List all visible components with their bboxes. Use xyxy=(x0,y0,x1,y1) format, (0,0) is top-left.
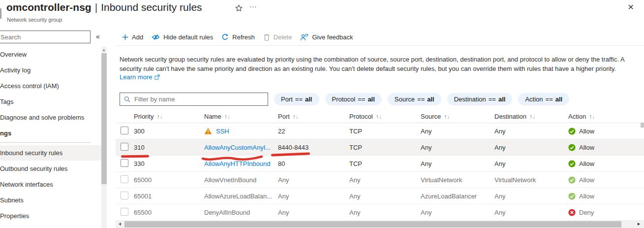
sidebar-item-diagnose[interactable]: Diagnose and solve problems xyxy=(0,110,101,125)
scrollbar-up-arrow-icon[interactable] xyxy=(102,49,105,51)
sidebar-item-subnets[interactable]: Subnets xyxy=(0,193,101,208)
sidebar-group-settings: ngs xyxy=(0,126,11,141)
give-feedback-button[interactable]: Give feedback xyxy=(300,33,353,41)
sidebar-item-activity-log[interactable]: Activity log xyxy=(0,63,101,78)
row-checkbox[interactable] xyxy=(121,192,128,199)
table-row[interactable]: 65001 AllowAzureLoadBalan... Any Any Azu… xyxy=(116,188,644,204)
col-header-protocol[interactable]: Protocol↑↓ xyxy=(349,113,421,120)
row-checkbox[interactable] xyxy=(121,175,128,183)
table-row[interactable]: 310 AllowAnyCustomAnyI... 8440-8443 TCP … xyxy=(116,139,644,156)
more-menu-icon[interactable]: ... xyxy=(249,0,257,9)
sidebar-item-outbound-security-rules[interactable]: Outbound security rules xyxy=(0,161,101,176)
search-icon xyxy=(124,96,130,102)
filter-pill-destination[interactable]: Destination==all xyxy=(447,93,513,105)
warning-icon xyxy=(204,128,212,134)
allow-icon xyxy=(568,176,576,184)
filter-bar: Port==all Protocol==all Source==all Dest… xyxy=(120,93,569,106)
command-bar: Add Hide default rules Refresh Delete Gi… xyxy=(122,30,353,44)
sidebar-collapse-icon[interactable]: « xyxy=(96,33,100,40)
toolbar-divider xyxy=(116,45,644,46)
sidebar-search-box xyxy=(0,31,91,43)
add-button[interactable]: Add xyxy=(122,33,143,41)
page-title: omcontroller-nsg|Inbound security rules xyxy=(6,1,202,13)
row-checkbox[interactable] xyxy=(121,208,128,216)
favorite-star-icon[interactable] xyxy=(235,4,243,14)
sidebar-item-network-interfaces[interactable]: Network interfaces xyxy=(0,177,101,192)
blade-name: Inbound security rules xyxy=(101,1,202,13)
add-icon xyxy=(122,34,128,40)
azure-nsg-inbound-rules-page: omcontroller-nsg|Inbound security rules … xyxy=(0,0,644,228)
row-checkbox[interactable] xyxy=(121,127,128,134)
sidebar-search-input[interactable] xyxy=(0,31,90,43)
col-header-port[interactable]: Port↑↓ xyxy=(278,113,349,120)
close-icon[interactable]: × xyxy=(628,1,634,12)
sidebar-scrollbar-thumb[interactable] xyxy=(101,53,107,184)
sidebar-scrollbar[interactable] xyxy=(101,47,107,228)
trash-icon xyxy=(263,33,270,41)
col-header-name[interactable]: Name↑↓ xyxy=(204,113,278,120)
description-text: Network security group security rules ar… xyxy=(120,55,634,73)
action-label: Allow xyxy=(579,144,594,151)
filter-by-name-input[interactable] xyxy=(133,95,264,103)
scrollbar-left-arrow-icon[interactable] xyxy=(119,223,121,226)
allow-icon xyxy=(568,128,576,135)
hide-default-rules-button[interactable]: Hide default rules xyxy=(152,33,213,41)
rule-name[interactable]: AllowVnetInBound xyxy=(204,176,256,184)
refresh-button[interactable]: Refresh xyxy=(221,33,255,41)
filter-pill-source[interactable]: Source==all xyxy=(388,93,441,105)
rule-name-link[interactable]: AllowAnyCustomAnyI... xyxy=(204,144,271,151)
allow-icon xyxy=(568,193,576,200)
allow-icon xyxy=(568,144,576,151)
rule-name[interactable]: DenyAllInBound xyxy=(204,209,250,216)
filter-pill-action[interactable]: Action==all xyxy=(518,93,569,105)
rules-table: Priority↑↓ Name↑↓ Port↑↓ Protocol↑↓ Sour… xyxy=(116,110,644,221)
deny-icon xyxy=(568,209,576,216)
delete-button[interactable]: Delete xyxy=(263,33,292,41)
rule-name[interactable]: AllowAzureLoadBalan... xyxy=(204,193,272,200)
action-label: Allow xyxy=(579,176,594,184)
title-separator: | xyxy=(92,1,101,13)
allow-icon xyxy=(568,160,576,167)
vertical-scrollbar-thumb[interactable] xyxy=(641,123,644,128)
resource-name: omcontroller-nsg xyxy=(6,1,92,13)
col-header-action[interactable]: Action↑↓ xyxy=(568,113,644,120)
filter-by-name-box xyxy=(120,93,268,106)
filter-pill-port[interactable]: Port==all xyxy=(274,93,319,105)
table-row[interactable]: 65000 AllowVnetInBound Any Any VirtualNe… xyxy=(116,172,644,188)
resource-icon-fragment xyxy=(0,8,1,19)
horizontal-scrollbar-thumb[interactable] xyxy=(124,221,621,228)
refresh-icon xyxy=(221,33,229,41)
action-label: Deny xyxy=(579,209,594,216)
scrollbar-right-arrow-icon[interactable] xyxy=(638,223,640,226)
sidebar-divider xyxy=(0,142,91,143)
sidebar-item-properties[interactable]: Properties xyxy=(0,208,101,224)
table-row[interactable]: 330 AllowAnyHTTPInbound 80 TCP Any Any A… xyxy=(116,156,644,172)
action-label: Allow xyxy=(579,193,594,200)
row-checkbox[interactable] xyxy=(121,143,128,151)
filter-pill-protocol[interactable]: Protocol==all xyxy=(325,93,382,105)
resource-type-subtitle: Network security group xyxy=(7,17,62,23)
feedback-person-icon xyxy=(300,33,308,41)
table-header-row: Priority↑↓ Name↑↓ Port↑↓ Protocol↑↓ Sour… xyxy=(116,110,644,123)
table-row[interactable]: 65500 DenyAllInBound Any Any Any Any Den… xyxy=(116,204,644,221)
annotation-underline-priority-310 xyxy=(121,155,149,158)
action-label: Allow xyxy=(579,160,594,167)
horizontal-scrollbar[interactable] xyxy=(116,221,644,228)
rule-name-link[interactable]: SSH xyxy=(216,128,229,135)
col-header-destination[interactable]: Destination↑↓ xyxy=(494,113,568,120)
eye-slash-icon xyxy=(152,33,160,41)
sidebar-item-access-control[interactable]: Access control (IAM) xyxy=(0,78,101,94)
sidebar-item-tags[interactable]: Tags xyxy=(0,94,101,109)
row-checkbox[interactable] xyxy=(121,159,128,167)
sidebar-item-inbound-security-rules[interactable]: Inbound security rules xyxy=(0,145,101,161)
annotation-underline-rule-name xyxy=(201,155,263,164)
col-header-priority[interactable]: Priority↑↓ xyxy=(134,113,204,120)
action-label: Allow xyxy=(579,128,594,135)
col-header-source[interactable]: Source↑↓ xyxy=(421,113,494,120)
learn-more-link[interactable]: Learn more xyxy=(120,73,160,81)
sidebar-item-overview[interactable]: Overview xyxy=(0,47,101,62)
sidebar: « Overview Activity log Access control (… xyxy=(0,27,107,228)
table-row[interactable]: 300 SSH 22 TCP Any Any Allow xyxy=(116,123,644,139)
external-link-icon xyxy=(154,74,160,80)
